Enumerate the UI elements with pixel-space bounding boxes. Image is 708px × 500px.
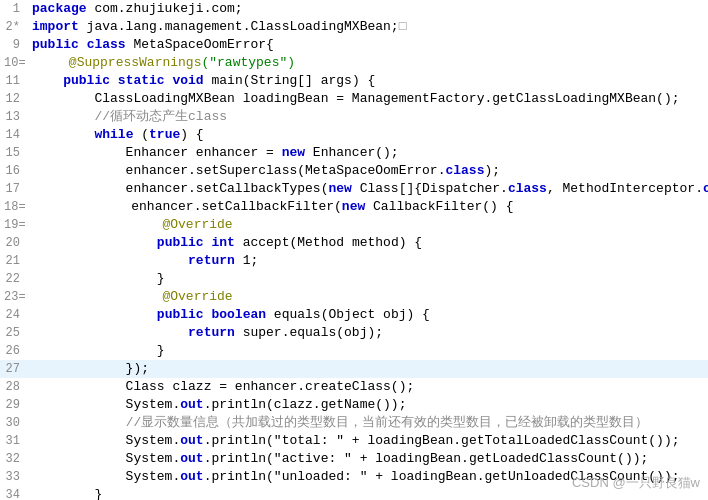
line-number: 22 xyxy=(0,270,28,288)
line-number: 18= xyxy=(0,198,34,216)
line-row: 24 public boolean equals(Object obj) { xyxy=(0,306,708,324)
line-row: 15 Enhancer enhancer = new Enhancer(); xyxy=(0,144,708,162)
line-row: 26 } xyxy=(0,342,708,360)
line-row: 17 enhancer.setCallbackTypes(new Class[]… xyxy=(0,180,708,198)
line-row: 22 } xyxy=(0,270,708,288)
watermark: CSDN @一只野良猫w xyxy=(572,474,700,492)
line-number: 34 xyxy=(0,486,28,500)
line-number: 31 xyxy=(0,432,28,450)
line-row: 27 }); xyxy=(0,360,708,378)
line-content: Class clazz = enhancer.createClass(); xyxy=(28,378,708,396)
line-content: } xyxy=(28,342,708,360)
line-number: 11 xyxy=(0,72,28,90)
line-number: 19= xyxy=(0,216,34,234)
line-number: 13 xyxy=(0,108,28,126)
line-row: 21 return 1; xyxy=(0,252,708,270)
line-content: while (true) { xyxy=(28,126,708,144)
line-content: enhancer.setCallbackFilter(new CallbackF… xyxy=(34,198,708,216)
line-number: 23= xyxy=(0,288,34,306)
line-number: 25 xyxy=(0,324,28,342)
line-number: 29 xyxy=(0,396,28,414)
line-content: @SuppressWarnings("rawtypes") xyxy=(34,54,708,72)
line-row: 30 //显示数量信息（共加载过的类型数目，当前还有效的类型数目，已经被卸载的类… xyxy=(0,414,708,432)
line-number: 12 xyxy=(0,90,28,108)
line-row: 23= @Override xyxy=(0,288,708,306)
line-content: public static void main(String[] args) { xyxy=(28,72,708,90)
line-number: 20 xyxy=(0,234,28,252)
line-content: package com.zhujiukeji.com; xyxy=(28,0,708,18)
line-number: 28 xyxy=(0,378,28,396)
line-content: public class MetaSpaceOomError{ xyxy=(28,36,708,54)
line-content: System.out.println("active: " + loadingB… xyxy=(28,450,708,468)
line-row: 18= enhancer.setCallbackFilter(new Callb… xyxy=(0,198,708,216)
line-row: 13 //循环动态产生class xyxy=(0,108,708,126)
line-content: return super.equals(obj); xyxy=(28,324,708,342)
line-row: 19= @Override xyxy=(0,216,708,234)
line-content: System.out.println("total: " + loadingBe… xyxy=(28,432,708,450)
line-number: 16 xyxy=(0,162,28,180)
line-number: 15 xyxy=(0,144,28,162)
line-row: 29 System.out.println(clazz.getName()); xyxy=(0,396,708,414)
code-lines: 1package com.zhujiukeji.com;2*import jav… xyxy=(0,0,708,500)
line-content: }); xyxy=(28,360,708,378)
line-number: 24 xyxy=(0,306,28,324)
line-number: 21 xyxy=(0,252,28,270)
line-number: 26 xyxy=(0,342,28,360)
line-content: ClassLoadingMXBean loadingBean = Managem… xyxy=(28,90,708,108)
line-number: 1 xyxy=(0,0,28,18)
line-row: 2*import java.lang.management.ClassLoadi… xyxy=(0,18,708,36)
line-number: 17 xyxy=(0,180,28,198)
line-content: public boolean equals(Object obj) { xyxy=(28,306,708,324)
line-number: 32 xyxy=(0,450,28,468)
line-number: 10= xyxy=(0,54,34,72)
line-row: 31 System.out.println("total: " + loadin… xyxy=(0,432,708,450)
line-number: 9 xyxy=(0,36,28,54)
line-number: 27 xyxy=(0,360,28,378)
line-content: System.out.println(clazz.getName()); xyxy=(28,396,708,414)
code-editor: 1package com.zhujiukeji.com;2*import jav… xyxy=(0,0,708,500)
line-content: enhancer.setSuperclass(MetaSpaceOomError… xyxy=(28,162,708,180)
line-row: 16 enhancer.setSuperclass(MetaSpaceOomEr… xyxy=(0,162,708,180)
line-content: import java.lang.management.ClassLoading… xyxy=(28,18,708,36)
line-content: //显示数量信息（共加载过的类型数目，当前还有效的类型数目，已经被卸载的类型数目… xyxy=(28,414,708,432)
line-content: @Override xyxy=(34,288,708,306)
line-content: return 1; xyxy=(28,252,708,270)
line-number: 30 xyxy=(0,414,28,432)
line-number: 2* xyxy=(0,18,28,36)
line-row: 9public class MetaSpaceOomError{ xyxy=(0,36,708,54)
line-number: 14 xyxy=(0,126,28,144)
line-content: public int accept(Method method) { xyxy=(28,234,708,252)
line-content: @Override xyxy=(34,216,708,234)
line-row: 10= @SuppressWarnings("rawtypes") xyxy=(0,54,708,72)
line-content: Enhancer enhancer = new Enhancer(); xyxy=(28,144,708,162)
line-number: 33 xyxy=(0,468,28,486)
line-row: 32 System.out.println("active: " + loadi… xyxy=(0,450,708,468)
line-row: 11 public static void main(String[] args… xyxy=(0,72,708,90)
line-row: 28 Class clazz = enhancer.createClass(); xyxy=(0,378,708,396)
line-row: 12 ClassLoadingMXBean loadingBean = Mana… xyxy=(0,90,708,108)
line-content: } xyxy=(28,270,708,288)
line-row: 14 while (true) { xyxy=(0,126,708,144)
line-content: enhancer.setCallbackTypes(new Class[]{Di… xyxy=(28,180,708,198)
line-row: 20 public int accept(Method method) { xyxy=(0,234,708,252)
line-row: 1package com.zhujiukeji.com; xyxy=(0,0,708,18)
line-content: //循环动态产生class xyxy=(28,108,708,126)
line-row: 25 return super.equals(obj); xyxy=(0,324,708,342)
